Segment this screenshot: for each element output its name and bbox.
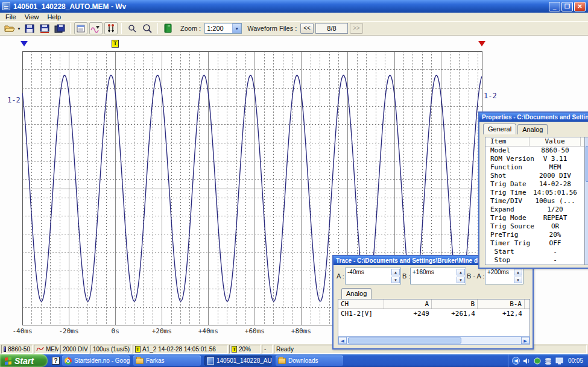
- waveform-view: T 1-2 1-2 -40ms-20ms0s+20ms+40ms+60ms+80…: [0, 36, 588, 344]
- zoom-in-button[interactable]: [141, 22, 154, 34]
- right-cursor-marker-icon[interactable]: [478, 41, 485, 46]
- chrome-icon: [65, 357, 72, 365]
- properties-button[interactable]: [74, 22, 87, 34]
- toolbar: ▼ Zoom : 1:200: [0, 21, 588, 36]
- property-row[interactable]: FunctionMEM: [485, 163, 584, 172]
- status-text: -: [264, 346, 266, 353]
- help-book-icon[interactable]: [162, 22, 175, 34]
- spin-down-icon[interactable]: ▼: [457, 277, 465, 283]
- layers-icon[interactable]: [545, 357, 552, 365]
- property-item: ROM Version: [485, 155, 530, 163]
- trigger-marker-icon[interactable]: T: [112, 40, 119, 48]
- display-icon[interactable]: [555, 357, 563, 365]
- x-tick-label: +60ms: [245, 327, 265, 335]
- spin-up-icon[interactable]: ▲: [457, 269, 465, 275]
- spin-up-icon[interactable]: ▲: [391, 269, 400, 275]
- property-row[interactable]: Stop-: [485, 256, 584, 265]
- save-as-button[interactable]: [38, 22, 51, 34]
- property-row[interactable]: Expand1/20: [485, 205, 584, 214]
- tab-general[interactable]: General: [483, 124, 516, 134]
- quick-launch-icon[interactable]: ?: [52, 357, 60, 365]
- tab-analog-props[interactable]: Analog: [517, 124, 548, 134]
- zoom-select[interactable]: 1:200 ▼: [204, 23, 242, 34]
- combo-dropdown-icon[interactable]: ▼: [232, 24, 241, 33]
- file-counter: 8/8: [315, 23, 348, 34]
- property-row[interactable]: Time/DIV100us (...: [485, 197, 584, 205]
- restore-button[interactable]: ❐: [561, 2, 573, 11]
- status-text: Ready: [276, 346, 294, 353]
- property-row[interactable]: Trig ModeREPEAT: [485, 214, 584, 222]
- start-button[interactable]: Start: [0, 354, 48, 367]
- toolbar-separator: [70, 23, 71, 34]
- spinner: ▲▼: [457, 269, 465, 283]
- menu-view[interactable]: View: [21, 13, 43, 21]
- minimize-button[interactable]: _: [549, 2, 560, 11]
- tray-collapse-icon[interactable]: ◀: [512, 357, 520, 365]
- status-panel-1: 8860-50: [1, 345, 33, 354]
- trace-cell: +261,4: [432, 309, 478, 319]
- properties-window-title[interactable]: Properties - C:\Documents and Settings\B: [479, 113, 588, 122]
- property-row[interactable]: Shot2000 DIV: [485, 172, 584, 180]
- menu-file[interactable]: File: [1, 13, 21, 21]
- cursor-arrows-button[interactable]: [104, 22, 118, 34]
- toolbar-separator: [157, 23, 158, 34]
- horizontal-scrollbar[interactable]: ◀ ▶: [338, 336, 530, 345]
- status-panel-7: -: [262, 345, 273, 354]
- col-value: Value: [530, 137, 581, 146]
- taskbar-button-1[interactable]: Startsiden.no - Googl...: [62, 356, 130, 366]
- close-button[interactable]: ✕: [574, 2, 586, 11]
- zoom-label: Zoom :: [180, 25, 201, 32]
- save-all-button[interactable]: [53, 22, 66, 34]
- property-row[interactable]: Timer TrigOFF: [485, 239, 584, 248]
- scroll-right-icon[interactable]: ▶: [521, 337, 530, 344]
- scrollbar-thumb[interactable]: [586, 146, 588, 182]
- taskbar-button-label: Startsiden.no - Googl...: [74, 357, 130, 364]
- status-panel-2: MEM: [34, 345, 59, 354]
- menu-bar: FileViewHelp: [0, 13, 588, 21]
- spin-down-icon[interactable]: ▼: [514, 277, 522, 283]
- property-row[interactable]: Trig Date14-02-28: [485, 180, 584, 189]
- wave-edit-button[interactable]: [89, 22, 103, 34]
- property-item: Start: [485, 248, 530, 256]
- app-icon: [207, 357, 214, 365]
- vertical-scrollbar[interactable]: [584, 137, 588, 265]
- scrollbar-thumb[interactable]: [348, 337, 461, 343]
- spin-down-icon[interactable]: ▼: [391, 277, 400, 283]
- trace-row[interactable]: CH1-2[V]+249+261,4+12,4: [338, 309, 530, 319]
- taskbar-button-4[interactable]: Downloads: [276, 356, 343, 366]
- open-dropdown-arrow-icon[interactable]: ▼: [17, 27, 21, 31]
- property-value: -: [530, 256, 581, 265]
- spin-up-icon[interactable]: ▲: [514, 269, 522, 275]
- property-item: Trig Date: [485, 180, 530, 189]
- save-button[interactable]: [23, 22, 36, 34]
- wave-icon: [36, 346, 44, 353]
- property-row[interactable]: PreTrig20%: [485, 231, 584, 239]
- menu-help[interactable]: Help: [43, 13, 65, 21]
- start-label: Start: [14, 356, 34, 366]
- open-file-button[interactable]: [3, 22, 16, 34]
- tab-analog[interactable]: Analog: [341, 288, 371, 299]
- properties-table: Item Value Model8860-50ROM VersionV 3.11…: [485, 137, 588, 265]
- status-text: 20%: [239, 346, 251, 353]
- network-icon[interactable]: [534, 357, 542, 365]
- property-row[interactable]: Model8860-50: [485, 146, 584, 155]
- property-row[interactable]: ROM VersionV 3.11: [485, 155, 584, 163]
- property-row[interactable]: Trig Time14:05:01.56: [485, 189, 584, 197]
- taskbar-button-3[interactable]: 140501_140228_AUT...: [204, 356, 272, 366]
- cursor-a-input[interactable]: -40ms▲▼: [345, 268, 401, 284]
- property-row[interactable]: Trig SourceOR: [485, 222, 584, 231]
- volume-icon[interactable]: [523, 357, 531, 365]
- prev-file-button[interactable]: <<: [300, 23, 314, 34]
- property-row[interactable]: Start-: [485, 248, 584, 256]
- trace-col-b: B: [432, 300, 478, 309]
- cursor-b-input[interactable]: +160ms▲▼: [410, 268, 466, 284]
- cursor-ba-input[interactable]: +200ms▲▼: [485, 268, 523, 284]
- left-cursor-marker-icon[interactable]: [21, 41, 28, 46]
- scroll-left-icon[interactable]: ◀: [338, 337, 347, 344]
- taskbar: Start ? Startsiden.no - Googl...Farkas14…: [0, 354, 588, 367]
- device-icon: [4, 347, 6, 352]
- trigger-pos-icon: T: [232, 346, 237, 353]
- property-value: 100us (...: [530, 197, 581, 205]
- taskbar-button-2[interactable]: Farkas: [133, 356, 201, 366]
- zoom-out-button[interactable]: [125, 22, 139, 34]
